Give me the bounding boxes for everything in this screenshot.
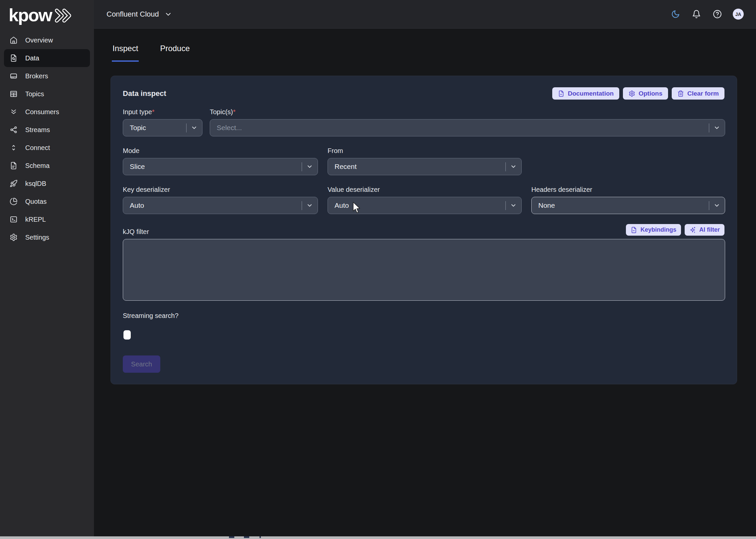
sidebar-item-label: kREPL [25, 216, 46, 223]
select-divider [709, 123, 709, 132]
sidebar-item-label: Schema [25, 162, 49, 170]
chevron-down-icon [306, 202, 313, 209]
tab-inspect[interactable]: Inspect [112, 44, 139, 62]
field-mode: Mode Slice [123, 136, 318, 175]
share-icon [10, 126, 18, 134]
cluster-selector-label: Confluent Cloud [107, 10, 159, 19]
cluster-selector[interactable]: Confluent Cloud [107, 10, 172, 19]
chevron-down-icon [191, 124, 197, 131]
chevron-down-icon [164, 10, 172, 18]
notifications-button[interactable] [691, 9, 702, 20]
avatar[interactable]: JA [733, 9, 744, 20]
headers-deserializer-select[interactable]: None [531, 197, 725, 214]
home-icon [10, 36, 18, 44]
ai-filter-button[interactable]: AI filter [685, 224, 724, 236]
from-select[interactable]: Recent [328, 158, 522, 175]
chevron-down-icon [714, 202, 720, 209]
form-row-deserializers: Key deserializer Auto Value deserializer… [123, 175, 724, 214]
help-button[interactable] [712, 9, 722, 20]
help-circle-icon [713, 10, 722, 19]
sidebar-item-ksqldb[interactable]: ksqlDB [4, 175, 90, 193]
sidebar-item-label: Streams [25, 126, 50, 134]
tab-bar: Inspect Produce [94, 29, 756, 62]
topbar: Confluent Cloud JA [94, 0, 756, 29]
sidebar-item-label: Quotas [25, 198, 46, 205]
required-marker: * [152, 108, 155, 116]
kjq-filter-textarea[interactable] [123, 239, 725, 301]
hard-drive-icon [10, 72, 18, 80]
sidebar-item-brokers[interactable]: Brokers [4, 67, 90, 85]
pie-chart-icon [10, 197, 18, 205]
sidebar-item-connect[interactable]: Connect [4, 139, 90, 157]
document-icon [558, 90, 565, 97]
keybindings-button[interactable]: Keybindings [626, 224, 681, 236]
topics-select[interactable]: Select... [210, 119, 725, 136]
documentation-button[interactable]: Documentation [552, 87, 619, 100]
gear-icon [629, 90, 635, 97]
tab-produce[interactable]: Produce [159, 44, 190, 62]
table-icon [10, 90, 18, 98]
kjq-filter-buttons: Keybindings AI filter [626, 224, 724, 236]
kpow-logo-chevrons-icon [54, 8, 73, 23]
kpow-logo: kpow [0, 0, 94, 23]
value-deserializer-select[interactable]: Auto [328, 197, 522, 214]
sidebar-item-data[interactable]: Data [4, 49, 90, 67]
chevrons-up-down-icon [10, 144, 18, 152]
dark-mode-toggle[interactable] [670, 9, 681, 20]
sidebar: kpow Overview Data [0, 0, 94, 539]
search-button[interactable]: Search [123, 355, 160, 373]
mode-select[interactable]: Slice [123, 158, 318, 175]
chevron-down-icon [510, 202, 517, 209]
key-deserializer-select[interactable]: Auto [123, 197, 318, 214]
field-key-deserializer: Key deserializer Auto [123, 175, 318, 214]
terminal-icon [10, 215, 18, 223]
strip-mark [244, 536, 249, 538]
sidebar-item-label: Data [25, 54, 39, 62]
bell-icon [692, 10, 701, 19]
sidebar-item-label: Brokers [25, 72, 48, 80]
select-divider [505, 162, 506, 171]
sidebar-item-label: ksqlDB [25, 180, 46, 188]
input-type-select[interactable]: Topic [123, 119, 202, 136]
chevrons-down-icon [10, 108, 18, 116]
field-input-type: Input type* Topic [123, 100, 202, 136]
sidebar-item-quotas[interactable]: Quotas [4, 193, 90, 210]
field-value-deserializer: Value deserializer Auto [328, 175, 522, 214]
kpow-logo-text: kpow [9, 7, 52, 23]
options-button[interactable]: Options [623, 87, 668, 100]
headers-deserializer-label: Headers deserializer [531, 186, 725, 193]
sidebar-item-consumers[interactable]: Consumers [4, 103, 90, 121]
key-deserializer-label: Key deserializer [123, 186, 318, 193]
sidebar-item-schema[interactable]: Schema [4, 157, 90, 175]
streaming-search-label: Streaming search? [123, 312, 724, 320]
field-from: From Recent [328, 136, 522, 175]
streaming-search-checkbox[interactable] [123, 330, 131, 340]
kjq-filter-label: kJQ filter [123, 228, 149, 236]
main-content: Inspect Produce Data inspect Documentati… [94, 29, 756, 384]
sidebar-item-overview[interactable]: Overview [4, 31, 90, 49]
data-inspect-card: Data inspect Documentation Options Clear… [111, 76, 737, 384]
sidebar-item-settings[interactable]: Settings [4, 228, 90, 246]
sidebar-item-streams[interactable]: Streams [4, 121, 90, 139]
card-header-buttons: Documentation Options Clear form [552, 87, 724, 100]
required-marker: * [233, 108, 236, 116]
document-icon [631, 227, 637, 233]
select-divider [302, 201, 302, 210]
strip-mark [260, 536, 261, 538]
select-divider [709, 201, 709, 210]
moon-icon [671, 10, 680, 19]
sidebar-item-krepl[interactable]: kREPL [4, 210, 90, 228]
sidebar-item-topics[interactable]: Topics [4, 85, 90, 103]
mode-label: Mode [123, 147, 318, 155]
sidebar-item-label: Connect [25, 144, 50, 152]
kjq-filter-header: kJQ filter Keybindings AI filter [123, 224, 724, 236]
trash-icon [677, 90, 684, 97]
select-divider [186, 123, 187, 132]
sidebar-item-label: Consumers [25, 108, 59, 116]
chevron-down-icon [714, 124, 720, 131]
file-text-icon [10, 162, 18, 170]
sidebar-item-label: Settings [25, 234, 49, 241]
chevron-down-icon [306, 163, 313, 170]
card-header: Data inspect Documentation Options Clear… [123, 87, 724, 100]
clear-form-button[interactable]: Clear form [672, 87, 724, 100]
